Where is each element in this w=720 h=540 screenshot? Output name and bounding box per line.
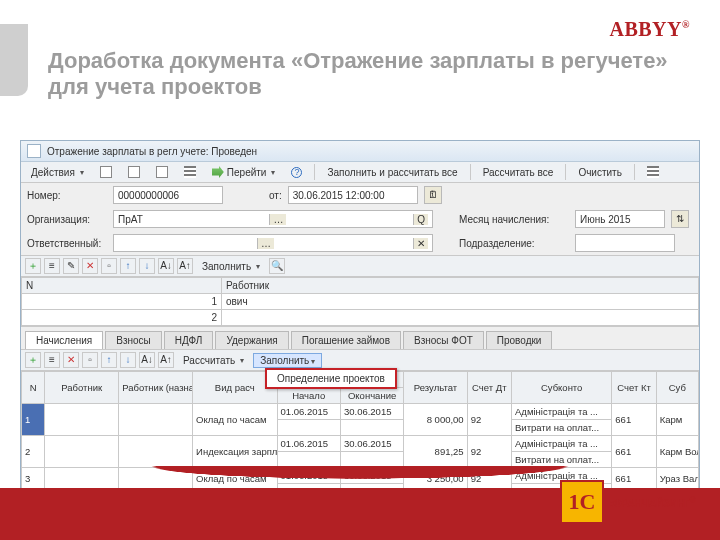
table-row[interactable]: 2 Индексация зарплаты 01.06.2015 30.06.2… xyxy=(22,436,699,452)
abbyy-logo: ABBYY® xyxy=(610,18,691,41)
insert-row-button[interactable]: ≡ xyxy=(44,352,60,368)
refresh-button[interactable]: 🔍 xyxy=(269,258,285,274)
col-start[interactable]: Начало xyxy=(277,388,340,404)
col-worker[interactable]: Работник xyxy=(45,372,119,404)
clear-field-button[interactable]: ✕ xyxy=(413,238,428,249)
number-input[interactable]: 00000000006 xyxy=(113,186,223,204)
month-input[interactable]: Июнь 2015 xyxy=(575,210,665,228)
table-row[interactable]: 2 xyxy=(22,310,699,326)
col-worker[interactable]: Работник xyxy=(222,278,699,294)
tab-deductions[interactable]: Удержания xyxy=(215,331,288,349)
from-label: от: xyxy=(269,190,282,201)
lookup-button[interactable]: … xyxy=(269,214,286,225)
edit-row-button[interactable]: ✎ xyxy=(63,258,79,274)
clear-field-button[interactable]: Q xyxy=(413,214,428,225)
tab-fot[interactable]: Взносы ФОТ xyxy=(403,331,484,349)
form-row-number: Номер: 00000000006 от: 30.06.2015 12:00:… xyxy=(21,183,699,207)
copy-row-button[interactable]: ▫ xyxy=(101,258,117,274)
arrow-right-icon xyxy=(212,166,224,178)
delete-row-button[interactable]: ✕ xyxy=(63,352,79,368)
add-row-button[interactable]: ＋ xyxy=(25,258,41,274)
doc-icon xyxy=(100,166,112,178)
form-row-resp: Ответственный: …✕ Подразделение: xyxy=(21,231,699,255)
sort-desc-button[interactable]: A↑ xyxy=(177,258,193,274)
help-button[interactable] xyxy=(285,165,308,180)
move-down-button[interactable]: ↓ xyxy=(120,352,136,368)
tab-entries[interactable]: Проводки xyxy=(486,331,553,349)
tab-accruals[interactable]: Начисления xyxy=(25,331,103,349)
lookup-button[interactable]: … xyxy=(257,238,274,249)
col-result[interactable]: Результат xyxy=(404,372,467,404)
actions-menu[interactable]: Действия xyxy=(25,165,90,180)
month-spinner[interactable]: ⇅ xyxy=(671,210,689,228)
col-n[interactable]: N xyxy=(22,278,222,294)
tab-loans[interactable]: Погашение займов xyxy=(291,331,401,349)
extra-icon xyxy=(647,166,659,178)
tab-contrib[interactable]: Взносы xyxy=(105,331,162,349)
toolbar-btn-4[interactable] xyxy=(178,164,202,180)
fill-calc-all-button[interactable]: Заполнить и рассчитать все xyxy=(321,165,463,180)
help-icon xyxy=(291,167,302,178)
date-input[interactable]: 30.06.2015 12:00:00 xyxy=(288,186,418,204)
move-up-button[interactable]: ↑ xyxy=(120,258,136,274)
org-label: Организация: xyxy=(27,214,107,225)
fill-dropdown[interactable]: Заполнить xyxy=(253,353,322,368)
table-row[interactable]: 1 Оклад по часам 01.06.2015 30.06.2015 8… xyxy=(22,404,699,420)
toolbar-btn-1[interactable] xyxy=(94,164,118,180)
toolbar-btn-2[interactable] xyxy=(122,164,146,180)
sort-asc-button[interactable]: A↓ xyxy=(139,352,155,368)
col-worker-nom[interactable]: Работник (назначение) xyxy=(119,372,193,404)
delete-row-button[interactable]: ✕ xyxy=(82,258,98,274)
calc-all-button[interactable]: Рассчитать все xyxy=(477,165,560,180)
col-sub2[interactable]: Суб xyxy=(656,372,698,404)
document-icon xyxy=(27,144,41,158)
sort-asc-button[interactable]: A↓ xyxy=(158,258,174,274)
clear-button[interactable]: Очистить xyxy=(572,165,628,180)
move-up-button[interactable]: ↑ xyxy=(101,352,117,368)
month-label: Месяц начисления: xyxy=(459,214,569,225)
main-toolbar: Действия Перейти Заполнить и рассчитать … xyxy=(21,162,699,183)
copy-row-button[interactable]: ▫ xyxy=(82,352,98,368)
tab-bar: Начисления Взносы НДФЛ Удержания Погашен… xyxy=(21,326,699,349)
dept-input[interactable] xyxy=(575,234,675,252)
col-end[interactable]: Окончание xyxy=(340,388,403,404)
calc-menu[interactable]: Рассчитать xyxy=(177,353,250,368)
separator xyxy=(565,164,566,180)
projects-popup[interactable]: Определение проектов xyxy=(265,368,397,389)
resp-input[interactable]: …✕ xyxy=(113,234,433,252)
logo-1c-text: :ФРАНЧАЙЗИНГ® xyxy=(610,495,696,509)
number-label: Номер: xyxy=(27,190,107,201)
sort-desc-button[interactable]: A↑ xyxy=(158,352,174,368)
col-acc-kt[interactable]: Счет Кт xyxy=(612,372,656,404)
table-row[interactable]: 1 ович xyxy=(22,294,699,310)
toolbar-extra[interactable] xyxy=(641,164,665,180)
slide-title: Доработка документа «Отражение зарплаты … xyxy=(48,48,690,101)
grid-toolbar: ＋ ≡ ✎ ✕ ▫ ↑ ↓ A↓ A↑ Заполнить 🔍 xyxy=(21,255,699,277)
logo-1c: 1С :ФРАНЧАЙЗИНГ® xyxy=(560,480,696,524)
fill-menu[interactable]: Заполнить xyxy=(196,259,266,274)
app-window: Отражение зарплаты в регл учете: Проведе… xyxy=(20,140,700,490)
col-subkonto[interactable]: Субконто xyxy=(512,372,612,404)
workers-grid: N Работник 1 ович 2 xyxy=(21,277,699,326)
window-title: Отражение зарплаты в регл учете: Проведе… xyxy=(47,146,257,157)
tab-ndfl[interactable]: НДФЛ xyxy=(164,331,214,349)
separator xyxy=(634,164,635,180)
move-down-button[interactable]: ↓ xyxy=(139,258,155,274)
doc-icon xyxy=(156,166,168,178)
goto-menu[interactable]: Перейти xyxy=(206,164,282,180)
col-n[interactable]: N xyxy=(22,372,45,404)
dept-label: Подразделение: xyxy=(459,238,569,249)
window-titlebar: Отражение зарплаты в регл учете: Проведе… xyxy=(21,141,699,162)
title-accent xyxy=(0,24,28,96)
separator xyxy=(470,164,471,180)
add-row-button[interactable]: ＋ xyxy=(25,352,41,368)
resp-label: Ответственный: xyxy=(27,238,107,249)
org-input[interactable]: ПрАТ…Q xyxy=(113,210,433,228)
sub-toolbar: ＋ ≡ ✕ ▫ ↑ ↓ A↓ A↑ Рассчитать Заполнить О… xyxy=(21,349,699,371)
calendar-button[interactable]: 🗓 xyxy=(424,186,442,204)
doc-icon xyxy=(128,166,140,178)
toolbar-btn-3[interactable] xyxy=(150,164,174,180)
logo-1c-square: 1С xyxy=(560,480,604,524)
col-acc-dt[interactable]: Счет Дт xyxy=(467,372,511,404)
insert-row-button[interactable]: ≡ xyxy=(44,258,60,274)
